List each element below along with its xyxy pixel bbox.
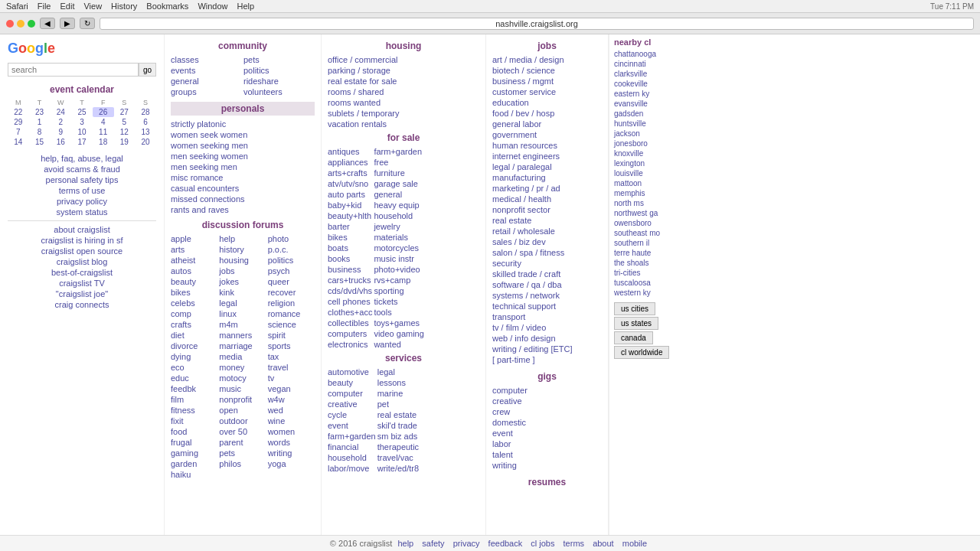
housing-disc-link[interactable]: housing bbox=[219, 255, 266, 266]
event-gig-link[interactable]: event bbox=[492, 428, 602, 439]
feedbk-link[interactable]: feedbk bbox=[171, 383, 217, 394]
computer-svc-link[interactable]: computer bbox=[328, 388, 376, 399]
motorcycles-link[interactable]: motorcycles bbox=[374, 243, 423, 253]
education-job-link[interactable]: education bbox=[492, 97, 602, 108]
art-media-job-link[interactable]: art / media / design bbox=[492, 54, 602, 65]
cal-date[interactable]: 9 bbox=[58, 128, 63, 136]
cal-date[interactable]: 3 bbox=[80, 118, 84, 126]
canada-button[interactable]: canada bbox=[614, 331, 653, 344]
atheist-link[interactable]: atheist bbox=[171, 255, 217, 266]
outdoor-link[interactable]: outdoor bbox=[219, 416, 266, 426]
tv-link[interactable]: tv bbox=[268, 373, 315, 383]
cincinnati-link[interactable]: cincinnati bbox=[614, 59, 711, 69]
money-link[interactable]: money bbox=[219, 362, 266, 373]
beauty-hlth-link[interactable]: beauty+hlth bbox=[328, 210, 372, 221]
cal-date[interactable]: 2 bbox=[58, 118, 63, 126]
fitness-link[interactable]: fitness bbox=[171, 405, 217, 416]
household-link[interactable]: household bbox=[374, 210, 423, 221]
general-labor-job-link[interactable]: general labor bbox=[492, 119, 602, 129]
cal-date[interactable]: 24 bbox=[57, 108, 65, 116]
cal-date[interactable]: 19 bbox=[120, 138, 129, 146]
materials-link[interactable]: materials bbox=[374, 232, 423, 243]
menu-edit[interactable]: Edit bbox=[60, 2, 74, 11]
open-source-link[interactable]: craigslist open source bbox=[8, 246, 156, 256]
free-link[interactable]: free bbox=[374, 157, 423, 168]
therapeutic-svc-link[interactable]: therapeutic bbox=[377, 442, 419, 452]
cal-date[interactable]: 10 bbox=[77, 128, 86, 136]
women-seeking-men-link[interactable]: women seeking men bbox=[171, 140, 315, 151]
wanted-link[interactable]: wanted bbox=[374, 339, 423, 350]
cal-date[interactable]: 23 bbox=[35, 108, 44, 116]
software-qa-job-link[interactable]: software / qa / dba bbox=[492, 279, 602, 290]
queer-link[interactable]: queer bbox=[268, 276, 315, 287]
huntsville-link[interactable]: huntsville bbox=[614, 119, 711, 129]
back-button[interactable]: ◀ bbox=[40, 18, 55, 29]
wed-link[interactable]: wed bbox=[268, 405, 315, 416]
dying-link[interactable]: dying bbox=[171, 351, 217, 362]
hiring-link[interactable]: craigslist is hiring in sf bbox=[8, 235, 156, 246]
avoid-scams-link[interactable]: avoid scams & fraud bbox=[8, 164, 156, 174]
help-faq-link[interactable]: help, faq, abuse, legal bbox=[8, 153, 156, 164]
cal-date-today[interactable]: 26 bbox=[99, 108, 107, 116]
tickets-link[interactable]: tickets bbox=[374, 296, 423, 307]
footer-help-link[interactable]: help bbox=[397, 539, 413, 543]
craigslist-tv-link[interactable]: craigslist TV bbox=[8, 278, 156, 289]
eco-link[interactable]: eco bbox=[171, 362, 217, 373]
tuscaloosa-link[interactable]: tuscaloosa bbox=[614, 278, 711, 288]
best-of-link[interactable]: best-of-craigslist bbox=[8, 267, 156, 278]
about-craigslist-link[interactable]: about craigslist bbox=[8, 224, 156, 235]
celebs-link[interactable]: celebs bbox=[171, 298, 217, 308]
history-link[interactable]: history bbox=[219, 244, 266, 255]
legal-paralegal-job-link[interactable]: legal / paralegal bbox=[492, 161, 602, 172]
yoga-link[interactable]: yoga bbox=[268, 458, 315, 469]
photo-video-link[interactable]: photo+video bbox=[374, 264, 423, 275]
clothes-link[interactable]: clothes+acc bbox=[328, 307, 372, 318]
cal-date[interactable]: 20 bbox=[142, 138, 150, 146]
food-bev-job-link[interactable]: food / bev / hosp bbox=[492, 108, 602, 119]
cal-date[interactable]: 8 bbox=[38, 128, 42, 136]
groups-link[interactable]: groups bbox=[171, 86, 242, 97]
strictly-platonic-link[interactable]: strictly platonic bbox=[171, 119, 315, 129]
politics-link[interactable]: politics bbox=[243, 65, 315, 76]
crafts-link[interactable]: crafts bbox=[171, 319, 217, 330]
missed-connections-link[interactable]: missed connections bbox=[171, 194, 315, 204]
cookeville-link[interactable]: cookeville bbox=[614, 79, 711, 89]
writing-gig-link[interactable]: writing bbox=[492, 460, 602, 471]
pet-svc-link[interactable]: pet bbox=[377, 399, 419, 409]
us-cities-button[interactable]: us cities bbox=[614, 302, 655, 315]
wine-link[interactable]: wine bbox=[268, 416, 315, 426]
m4m-link[interactable]: m4m bbox=[219, 319, 266, 330]
recover-link[interactable]: recover bbox=[268, 287, 315, 298]
internet-engineers-job-link[interactable]: internet engineers bbox=[492, 151, 602, 161]
electronics-link[interactable]: electronics bbox=[328, 339, 372, 350]
western-ky-link[interactable]: western ky bbox=[614, 288, 711, 298]
craigslist-joe-link[interactable]: "craigslist joe" bbox=[8, 289, 156, 299]
bikes-link[interactable]: bikes bbox=[171, 287, 217, 298]
url-bar[interactable]: nashville.craigslist.org bbox=[100, 18, 974, 30]
event-svc-link[interactable]: event bbox=[328, 420, 376, 431]
collectibles-link[interactable]: collectibles bbox=[328, 318, 372, 328]
cal-date[interactable]: 29 bbox=[14, 118, 22, 126]
retail-wholesale-job-link[interactable]: retail / wholesale bbox=[492, 226, 602, 236]
fixit-link[interactable]: fixit bbox=[171, 416, 217, 426]
office-commercial-link[interactable]: office / commercial bbox=[328, 54, 479, 65]
rants-raves-link[interactable]: rants and raves bbox=[171, 204, 315, 215]
cal-date[interactable]: 17 bbox=[77, 138, 86, 146]
divorce-link[interactable]: divorce bbox=[171, 341, 217, 351]
cal-date[interactable]: 27 bbox=[120, 108, 129, 116]
reload-button[interactable]: ↻ bbox=[80, 18, 95, 29]
misc-romance-link[interactable]: misc romance bbox=[171, 172, 315, 183]
cal-date[interactable]: 1 bbox=[38, 118, 42, 126]
volunteers-link[interactable]: volunteers bbox=[243, 86, 315, 97]
baby-kid-link[interactable]: baby+kid bbox=[328, 200, 372, 210]
tax-link[interactable]: tax bbox=[268, 351, 315, 362]
louisville-link[interactable]: louisville bbox=[614, 168, 711, 178]
us-states-button[interactable]: us states bbox=[614, 317, 658, 330]
haiku-link[interactable]: haiku bbox=[171, 469, 217, 480]
crew-gig-link[interactable]: crew bbox=[492, 406, 602, 417]
marriage-link[interactable]: marriage bbox=[219, 341, 266, 351]
linux-link[interactable]: linux bbox=[219, 308, 266, 319]
labor-svc-link[interactable]: labor/move bbox=[328, 463, 376, 474]
terms-link[interactable]: terms of use bbox=[8, 185, 156, 196]
cal-date[interactable]: 5 bbox=[122, 118, 127, 126]
